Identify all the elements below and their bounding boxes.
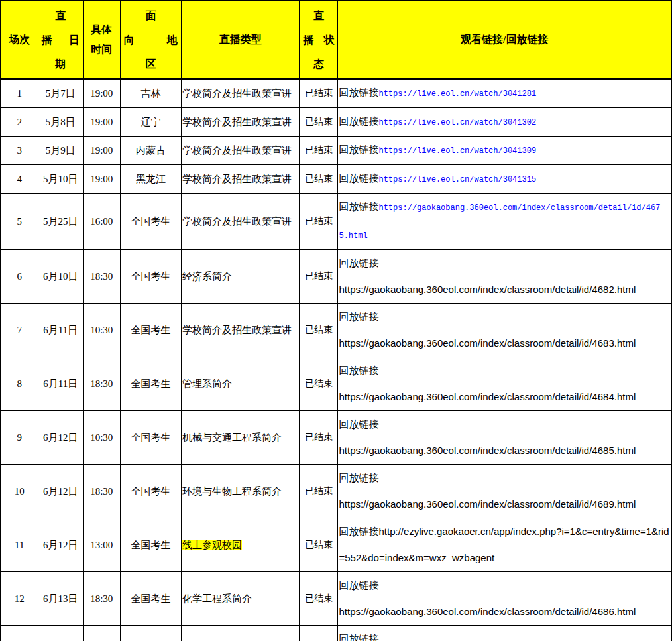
table-row: 106月12日18:30全国考生环境与生物工程系简介已结束回放链接https:/… xyxy=(1,465,671,518)
type-text: 线上参观校园 xyxy=(182,540,242,550)
session-cell: 9 xyxy=(1,411,38,465)
session-cell: 5 xyxy=(1,194,38,250)
type-text: 学校简介及招生政策宣讲 xyxy=(182,117,292,127)
header-time-label: 具体 时间 xyxy=(84,1,120,78)
table-body: 15月7日19:00吉林学校简介及招生政策宣讲已结束回放链接https://li… xyxy=(1,79,671,641)
link-cell: 回放链接https://gaokaobang.360eol.com/index/… xyxy=(338,626,671,641)
replay-label: 回放链接 xyxy=(339,526,378,537)
link-cell: 回放链接https://gaokaobang.360eol.com/index/… xyxy=(338,411,671,465)
status-cell: 已结束 xyxy=(300,250,338,304)
replay-url-link[interactable]: https://gaokaobang.360eol.com/index/clas… xyxy=(339,391,636,402)
table-row: 76月11日10:30全国考生学校简介及招生政策宣讲已结束回放链接https:/… xyxy=(1,304,671,357)
replay-label: 回放链接 xyxy=(339,173,378,184)
replay-url-link[interactable]: https://gaokaobang.360eol.com/index/clas… xyxy=(339,337,636,349)
replay-label: 回放链接 xyxy=(339,116,378,127)
header-type-label: 直播类型 xyxy=(219,34,262,45)
table-row: 55月25日16:00全国考生学校简介及招生政策宣讲已结束回放链接https:/… xyxy=(1,194,671,250)
session-cell: 6 xyxy=(1,250,38,304)
table-header: 场次 直 播 日 期 具体 时间 xyxy=(1,1,671,79)
region-cell: 全国考生 xyxy=(120,626,181,641)
region-cell: 吉林 xyxy=(120,79,181,108)
type-text: 学校简介及招生政策宣讲 xyxy=(182,216,292,227)
type-cell: 线上参观校园 xyxy=(182,518,300,572)
replay-label: 回放链接 xyxy=(339,312,378,322)
replay-url-link[interactable]: https://live.eol.cn/watch/3041302 xyxy=(378,118,536,127)
replay-url-link[interactable]: https://gaokaobang.360eol.com/index/clas… xyxy=(339,498,636,510)
replay-url-link[interactable]: https://gaokaobang.360eol.com/index/clas… xyxy=(339,204,660,241)
type-text: 学校简介及招生政策宣讲 xyxy=(182,145,292,156)
region-cell: 全国考生 xyxy=(120,465,181,518)
header-region: 面 向 地 区 xyxy=(120,1,181,79)
replay-url-link[interactable]: https://live.eol.cn/watch/3041309 xyxy=(378,146,536,156)
date-cell: 6月12日 xyxy=(38,465,83,518)
status-cell: 已结束 xyxy=(300,626,338,641)
replay-label: 回放链接 xyxy=(339,258,378,268)
status-cell: 已结束 xyxy=(300,357,338,411)
type-text: 经济系简介 xyxy=(182,271,232,282)
time-cell: 18:30 xyxy=(83,465,120,518)
header-date: 直 播 日 期 xyxy=(38,1,83,79)
time-cell: 19:00 xyxy=(83,79,120,108)
type-cell: 信息与控制工程系简介 xyxy=(182,626,300,641)
link-cell: 回放链接https://live.eol.cn/watch/3041281 xyxy=(338,79,671,108)
region-cell: 内蒙古 xyxy=(120,137,181,165)
live-schedule-table: 场次 直 播 日 期 具体 时间 xyxy=(0,0,672,641)
type-cell: 化学工程系简介 xyxy=(182,572,300,626)
replay-label: 回放链接 xyxy=(339,580,378,591)
session-cell: 8 xyxy=(1,357,38,411)
date-cell: 6月13日 xyxy=(38,626,83,641)
link-cell: 回放链接https://gaokaobang.360eol.com/index/… xyxy=(338,194,671,250)
replay-url-link[interactable]: https://live.eol.cn/watch/3041281 xyxy=(378,89,536,99)
status-cell: 已结束 xyxy=(300,108,338,137)
region-cell: 全国考生 xyxy=(120,304,181,357)
header-link-label: 观看链接/回放链接 xyxy=(461,34,548,45)
type-cell: 经济系简介 xyxy=(182,250,300,304)
replay-url-link[interactable]: http://ezylive.gaokaoer.cn/app/index.php… xyxy=(339,526,669,563)
status-cell: 已结束 xyxy=(300,137,338,165)
session-cell: 7 xyxy=(1,304,38,357)
date-cell: 5月25日 xyxy=(38,194,83,250)
type-text: 环境与生物工程系简介 xyxy=(182,486,282,496)
date-cell: 5月8日 xyxy=(38,108,83,137)
time-cell: 19:00 xyxy=(83,137,120,165)
header-region-label: 面 向 地 区 xyxy=(121,1,181,78)
type-text: 机械与交通工程系简介 xyxy=(182,432,282,443)
time-cell: 18:30 xyxy=(83,357,120,411)
date-cell: 5月7日 xyxy=(38,79,83,108)
region-cell: 全国考生 xyxy=(120,357,181,411)
link-cell: 回放链接https://gaokaobang.360eol.com/index/… xyxy=(338,304,671,357)
replay-url-link[interactable]: https://gaokaobang.360eol.com/index/clas… xyxy=(339,606,636,617)
session-cell: 11 xyxy=(1,518,38,572)
date-cell: 6月10日 xyxy=(38,250,83,304)
replay-url-link[interactable]: https://gaokaobang.360eol.com/index/clas… xyxy=(339,284,636,295)
type-cell: 学校简介及招生政策宣讲 xyxy=(182,165,300,194)
time-cell: 20:00 xyxy=(83,626,120,641)
link-cell: 回放链接https://live.eol.cn/watch/3041315 xyxy=(338,165,671,194)
type-text: 学校简介及招生政策宣讲 xyxy=(182,325,292,335)
link-cell: 回放链接https://live.eol.cn/watch/3041309 xyxy=(338,137,671,165)
status-cell: 已结束 xyxy=(300,79,338,108)
replay-url-link[interactable]: https://gaokaobang.360eol.com/index/clas… xyxy=(339,445,636,456)
header-row: 场次 直 播 日 期 具体 时间 xyxy=(1,1,671,79)
type-text: 化学工程系简介 xyxy=(182,593,252,604)
type-cell: 环境与生物工程系简介 xyxy=(182,465,300,518)
header-status-label: 直 播 状 态 xyxy=(300,1,337,78)
replay-url-link[interactable]: https://live.eol.cn/watch/3041315 xyxy=(378,175,536,184)
date-cell: 6月12日 xyxy=(38,518,83,572)
time-cell: 19:00 xyxy=(83,108,120,137)
header-type: 直播类型 xyxy=(182,1,300,79)
link-cell: 回放链接http://ezylive.gaokaoer.cn/app/index… xyxy=(338,518,671,572)
type-cell: 机械与交通工程系简介 xyxy=(182,411,300,465)
time-cell: 18:30 xyxy=(83,250,120,304)
table-row: 25月8日19:00辽宁学校简介及招生政策宣讲已结束回放链接https://li… xyxy=(1,108,671,137)
region-cell: 全国考生 xyxy=(120,518,181,572)
time-cell: 18:30 xyxy=(83,572,120,626)
status-cell: 已结束 xyxy=(300,411,338,465)
session-cell: 10 xyxy=(1,465,38,518)
table-row: 136月13日20:00全国考生信息与控制工程系简介已结束回放链接https:/… xyxy=(1,626,671,641)
session-cell: 3 xyxy=(1,137,38,165)
time-cell: 10:30 xyxy=(83,411,120,465)
table-row: 45月10日19:00黑龙江学校简介及招生政策宣讲已结束回放链接https://… xyxy=(1,165,671,194)
date-cell: 5月10日 xyxy=(38,165,83,194)
type-cell: 学校简介及招生政策宣讲 xyxy=(182,79,300,108)
